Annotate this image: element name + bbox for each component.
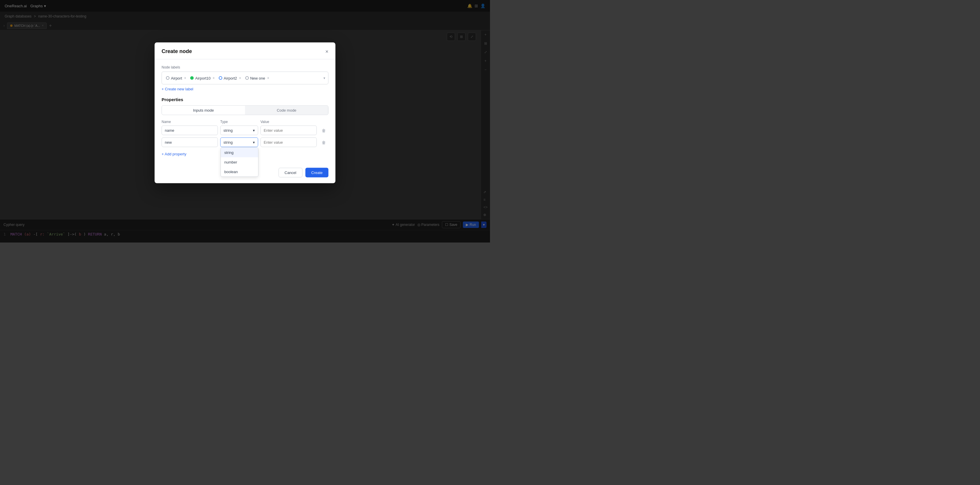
property-name-input-2[interactable] [162,138,218,147]
label-dot-airport10 [190,76,194,80]
prop-header-value: Value [261,120,317,124]
label-dot-newone [245,76,249,80]
label-remove-airport[interactable]: × [184,76,186,80]
modal-close-button[interactable]: × [325,49,328,54]
modal-title: Create node [162,48,192,54]
labels-container[interactable]: Airport × Airport10 × Airport2 × New one… [162,72,328,84]
property-delete-button-2[interactable]: 🗑 [319,140,328,144]
labels-dropdown-arrow-icon[interactable]: ▾ [323,76,325,80]
code-mode-button[interactable]: Code mode [245,106,328,115]
property-delete-button-1[interactable]: 🗑 [319,128,328,133]
prop-header-name: Name [162,120,218,124]
create-new-label-button[interactable]: + Create new label [162,84,193,94]
property-headers: Name Type Value [162,120,328,124]
property-row-2: string ▾ string number boolean 🗑 [162,138,328,147]
property-row-1: string ▾ 🗑 [162,126,328,135]
label-remove-airport10[interactable]: × [213,76,215,80]
create-button[interactable]: Create [305,168,328,178]
dropdown-option-number[interactable]: number [221,157,258,167]
label-tag-airport: Airport × [165,75,187,81]
label-remove-airport2[interactable]: × [239,76,241,80]
inputs-mode-button[interactable]: Inputs mode [162,106,245,115]
type-dropdown-arrow-1: ▾ [253,128,255,133]
properties-title: Properties [162,97,328,102]
property-value-input-2[interactable] [261,138,317,147]
label-text-newone: New one [250,76,265,80]
label-text-airport10: Airport10 [195,76,211,80]
modal-body: Node labels Airport × Airport10 × Airpor… [154,59,336,163]
create-node-modal: Create node × Node labels Airport × Airp… [154,43,336,183]
label-tag-airport10: Airport10 × [189,75,216,81]
label-tag-newone: New one × [244,75,270,81]
dropdown-option-boolean[interactable]: boolean [221,167,258,177]
property-value-input-1[interactable] [261,126,317,135]
label-remove-newone[interactable]: × [267,76,269,80]
label-dot-airport [166,76,169,80]
mode-toggle: Inputs mode Code mode [162,106,328,115]
property-type-select-2[interactable]: string ▾ string number boolean [220,138,258,147]
property-type-select-1[interactable]: string ▾ [220,126,258,135]
property-type-value-2: string [223,140,233,144]
label-text-airport: Airport [171,76,182,80]
prop-header-type: Type [220,120,258,124]
label-tag-airport2: Airport2 × [218,75,242,81]
type-dropdown-arrow-2: ▾ [253,140,255,144]
cancel-button[interactable]: Cancel [278,168,302,178]
modal-header: Create node × [154,43,336,59]
property-name-input-1[interactable] [162,126,218,135]
dropdown-option-string[interactable]: string [221,148,258,157]
label-dot-airport2 [219,76,222,80]
type-dropdown-menu: string number boolean [221,147,258,177]
property-type-value-1: string [223,128,233,133]
add-property-button[interactable]: + Add property [162,151,186,157]
node-labels-section-label: Node labels [162,65,328,70]
label-text-airport2: Airport2 [224,76,237,80]
